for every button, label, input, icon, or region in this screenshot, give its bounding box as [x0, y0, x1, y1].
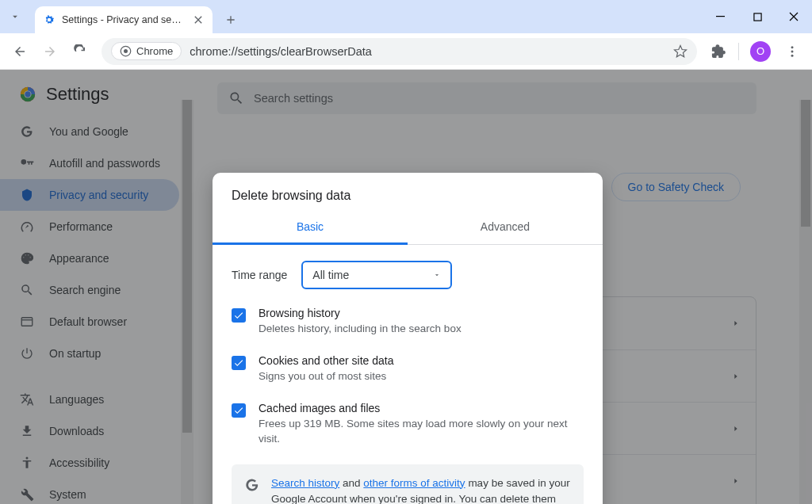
back-button[interactable]	[6, 38, 33, 65]
option-subtitle: Deletes history, including in the search…	[259, 322, 462, 337]
option-subtitle: Signs you out of most sites	[259, 369, 393, 384]
option-cached[interactable]: Cached images and files Frees up 319 MB.…	[232, 402, 584, 447]
svg-point-3	[124, 49, 128, 53]
search-history-link[interactable]: Search history	[271, 477, 339, 489]
dropdown-caret-icon	[433, 271, 441, 279]
svg-rect-1	[753, 13, 760, 20]
option-title: Browsing history	[259, 307, 462, 319]
bookmark-star-icon[interactable]	[673, 44, 688, 59]
option-title: Cached images and files	[259, 402, 584, 414]
svg-point-6	[791, 54, 794, 56]
option-title: Cookies and other site data	[259, 354, 393, 367]
svg-rect-0	[716, 16, 725, 17]
gear-icon	[43, 13, 56, 26]
check-icon	[233, 310, 244, 321]
address-bar[interactable]: Chrome chrome://settings/clearBrowserDat…	[102, 38, 697, 65]
checkbox-cookies[interactable]	[232, 356, 246, 370]
option-browsing-history[interactable]: Browsing history Deletes history, includ…	[232, 307, 584, 337]
tab-advanced[interactable]: Advanced	[408, 211, 603, 244]
close-icon[interactable]	[192, 13, 205, 26]
option-subtitle: Frees up 319 MB. Some sites may load mor…	[259, 417, 584, 447]
time-range-select[interactable]: All time	[301, 261, 452, 289]
clear-browsing-data-dialog: Delete browsing data Basic Advanced Time…	[213, 173, 603, 504]
chrome-logo-icon	[120, 45, 132, 57]
time-range-value: All time	[312, 269, 349, 281]
browser-toolbar: Chrome chrome://settings/clearBrowserDat…	[0, 33, 812, 70]
google-g-icon	[244, 477, 260, 493]
svg-point-4	[791, 46, 794, 48]
tab-title: Settings - Privacy and securit	[62, 14, 186, 25]
google-account-info: Search history and other forms of activi…	[232, 464, 584, 504]
checkbox-cached[interactable]	[232, 403, 246, 418]
time-range-label: Time range	[232, 269, 287, 281]
option-cookies[interactable]: Cookies and other site data Signs you ou…	[232, 354, 584, 384]
tab-basic[interactable]: Basic	[213, 211, 408, 245]
window-titlebar: Settings - Privacy and securit	[0, 0, 812, 33]
chevron-down-icon	[10, 11, 21, 22]
check-icon	[233, 357, 244, 368]
checkbox-browsing-history[interactable]	[232, 308, 246, 323]
site-chip[interactable]: Chrome	[111, 42, 182, 60]
window-controls	[703, 0, 812, 33]
profile-avatar[interactable]: O	[750, 41, 771, 62]
browser-tab[interactable]: Settings - Privacy and securit	[35, 6, 213, 33]
other-activity-link[interactable]: other forms of activity	[363, 477, 465, 489]
dialog-title: Delete browsing data	[213, 173, 603, 211]
settings-page: Settings You and Google Autofill and pas…	[0, 70, 812, 504]
extensions-button[interactable]	[705, 38, 732, 65]
url-text: chrome://settings/clearBrowserData	[190, 45, 665, 58]
svg-point-5	[791, 50, 794, 52]
tab-search-dropdown[interactable]	[0, 0, 30, 33]
check-icon	[233, 405, 244, 416]
minimize-button[interactable]	[703, 0, 739, 33]
maximize-button[interactable]	[739, 0, 776, 33]
close-window-button[interactable]	[776, 0, 812, 33]
new-tab-button[interactable]	[219, 8, 243, 32]
forward-button[interactable]	[36, 38, 63, 65]
plus-icon	[224, 13, 237, 26]
toolbar-divider	[738, 43, 739, 60]
dialog-tabs: Basic Advanced	[213, 211, 603, 245]
menu-button[interactable]	[779, 38, 806, 65]
reload-button[interactable]	[67, 38, 94, 65]
